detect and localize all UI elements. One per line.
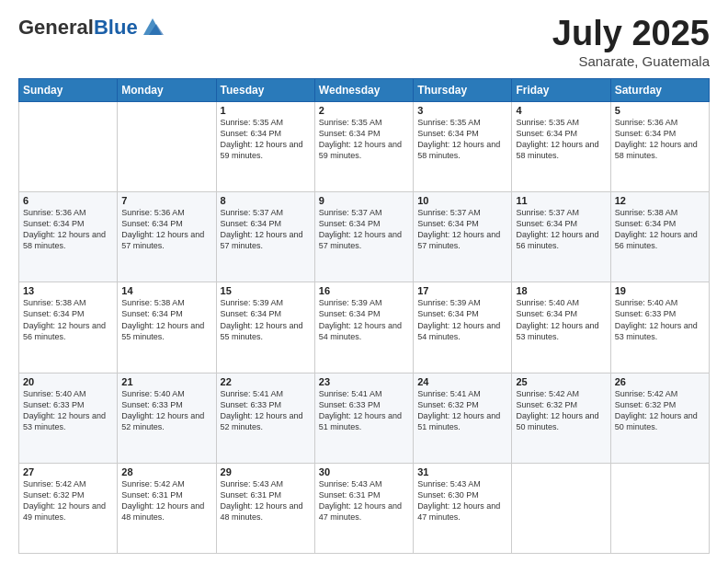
day-number: 7	[121, 195, 211, 206]
day-info: Sunrise: 5:43 AMSunset: 6:31 PMDaylight:…	[319, 478, 409, 523]
header: GeneralBlue July 2025 Sanarate, Guatemal…	[18, 15, 710, 69]
calendar-cell: 20Sunrise: 5:40 AMSunset: 6:33 PMDayligh…	[19, 373, 118, 463]
page: GeneralBlue July 2025 Sanarate, Guatemal…	[0, 0, 728, 563]
day-number: 13	[23, 285, 113, 296]
day-info: Sunrise: 5:39 AMSunset: 6:34 PMDaylight:…	[417, 297, 507, 342]
day-number: 31	[417, 466, 507, 477]
day-number: 4	[516, 105, 606, 116]
day-info: Sunrise: 5:42 AMSunset: 6:31 PMDaylight:…	[121, 478, 211, 523]
day-info: Sunrise: 5:35 AMSunset: 6:34 PMDaylight:…	[516, 117, 606, 162]
day-number: 10	[417, 195, 507, 206]
calendar-table: SundayMondayTuesdayWednesdayThursdayFrid…	[18, 78, 710, 554]
day-info: Sunrise: 5:37 AMSunset: 6:34 PMDaylight:…	[221, 207, 311, 252]
calendar-cell: 27Sunrise: 5:42 AMSunset: 6:32 PMDayligh…	[19, 463, 118, 553]
day-number: 15	[221, 285, 311, 296]
day-number: 6	[23, 195, 113, 206]
day-info: Sunrise: 5:37 AMSunset: 6:34 PMDaylight:…	[319, 207, 409, 252]
calendar-cell: 8Sunrise: 5:37 AMSunset: 6:34 PMDaylight…	[216, 192, 314, 282]
day-number: 25	[516, 376, 606, 387]
day-info: Sunrise: 5:41 AMSunset: 6:33 PMDaylight:…	[221, 388, 311, 433]
calendar-cell: 13Sunrise: 5:38 AMSunset: 6:34 PMDayligh…	[19, 282, 118, 373]
calendar-cell: 24Sunrise: 5:41 AMSunset: 6:32 PMDayligh…	[414, 373, 512, 463]
day-number: 20	[23, 376, 113, 387]
calendar-cell: 6Sunrise: 5:36 AMSunset: 6:34 PMDaylight…	[19, 192, 118, 282]
day-info: Sunrise: 5:40 AMSunset: 6:33 PMDaylight:…	[615, 297, 705, 342]
calendar-cell: 17Sunrise: 5:39 AMSunset: 6:34 PMDayligh…	[414, 282, 512, 373]
day-number: 23	[319, 376, 409, 387]
calendar-cell: 9Sunrise: 5:37 AMSunset: 6:34 PMDaylight…	[314, 192, 413, 282]
day-number: 12	[615, 195, 705, 206]
calendar-cell: 14Sunrise: 5:38 AMSunset: 6:34 PMDayligh…	[118, 282, 216, 373]
calendar-week-row: 6Sunrise: 5:36 AMSunset: 6:34 PMDaylight…	[19, 192, 710, 282]
day-info: Sunrise: 5:41 AMSunset: 6:32 PMDaylight:…	[417, 388, 507, 433]
day-info: Sunrise: 5:43 AMSunset: 6:30 PMDaylight:…	[417, 478, 507, 523]
calendar-cell	[19, 101, 118, 191]
day-number: 8	[221, 195, 311, 206]
day-info: Sunrise: 5:38 AMSunset: 6:34 PMDaylight:…	[615, 207, 705, 252]
day-number: 3	[417, 105, 507, 116]
calendar-cell	[118, 101, 216, 191]
calendar-cell: 29Sunrise: 5:43 AMSunset: 6:31 PMDayligh…	[216, 463, 314, 553]
day-info: Sunrise: 5:38 AMSunset: 6:34 PMDaylight:…	[121, 297, 211, 342]
calendar-cell: 19Sunrise: 5:40 AMSunset: 6:33 PMDayligh…	[610, 282, 709, 373]
calendar-cell: 28Sunrise: 5:42 AMSunset: 6:31 PMDayligh…	[118, 463, 216, 553]
day-number: 17	[417, 285, 507, 296]
calendar-cell: 10Sunrise: 5:37 AMSunset: 6:34 PMDayligh…	[414, 192, 512, 282]
day-info: Sunrise: 5:42 AMSunset: 6:32 PMDaylight:…	[23, 478, 113, 523]
calendar-day-header: Friday	[512, 78, 610, 101]
calendar-cell: 25Sunrise: 5:42 AMSunset: 6:32 PMDayligh…	[512, 373, 610, 463]
day-info: Sunrise: 5:43 AMSunset: 6:31 PMDaylight:…	[221, 478, 311, 523]
calendar-cell: 11Sunrise: 5:37 AMSunset: 6:34 PMDayligh…	[512, 192, 610, 282]
day-info: Sunrise: 5:39 AMSunset: 6:34 PMDaylight:…	[221, 297, 311, 342]
calendar-cell: 30Sunrise: 5:43 AMSunset: 6:31 PMDayligh…	[314, 463, 413, 553]
calendar-week-row: 27Sunrise: 5:42 AMSunset: 6:32 PMDayligh…	[19, 463, 710, 553]
day-info: Sunrise: 5:37 AMSunset: 6:34 PMDaylight:…	[516, 207, 606, 252]
day-info: Sunrise: 5:40 AMSunset: 6:33 PMDaylight:…	[23, 388, 113, 433]
calendar-cell: 16Sunrise: 5:39 AMSunset: 6:34 PMDayligh…	[314, 282, 413, 373]
calendar-cell: 3Sunrise: 5:35 AMSunset: 6:34 PMDaylight…	[414, 101, 512, 191]
title-block: July 2025 Sanarate, Guatemala	[552, 15, 710, 69]
calendar-day-header: Monday	[118, 78, 216, 101]
calendar-cell: 18Sunrise: 5:40 AMSunset: 6:34 PMDayligh…	[512, 282, 610, 373]
day-number: 16	[319, 285, 409, 296]
day-info: Sunrise: 5:40 AMSunset: 6:33 PMDaylight:…	[121, 388, 211, 433]
day-info: Sunrise: 5:35 AMSunset: 6:34 PMDaylight:…	[319, 117, 409, 162]
calendar-header-row: SundayMondayTuesdayWednesdayThursdayFrid…	[19, 78, 710, 101]
calendar-cell: 2Sunrise: 5:35 AMSunset: 6:34 PMDaylight…	[314, 101, 413, 191]
day-info: Sunrise: 5:36 AMSunset: 6:34 PMDaylight:…	[121, 207, 211, 252]
calendar-week-row: 20Sunrise: 5:40 AMSunset: 6:33 PMDayligh…	[19, 373, 710, 463]
calendar-week-row: 1Sunrise: 5:35 AMSunset: 6:34 PMDaylight…	[19, 101, 710, 191]
day-number: 30	[319, 466, 409, 477]
day-info: Sunrise: 5:35 AMSunset: 6:34 PMDaylight:…	[417, 117, 507, 162]
day-number: 5	[615, 105, 705, 116]
day-number: 24	[417, 376, 507, 387]
day-number: 21	[121, 376, 211, 387]
logo-blue-text: Blue	[94, 16, 138, 39]
day-number: 1	[221, 105, 311, 116]
day-number: 9	[319, 195, 409, 206]
day-number: 22	[221, 376, 311, 387]
day-number: 29	[221, 466, 311, 477]
day-number: 11	[516, 195, 606, 206]
day-info: Sunrise: 5:36 AMSunset: 6:34 PMDaylight:…	[615, 117, 705, 162]
day-number: 14	[121, 285, 211, 296]
day-number: 27	[23, 466, 113, 477]
calendar-week-row: 13Sunrise: 5:38 AMSunset: 6:34 PMDayligh…	[19, 282, 710, 373]
logo: GeneralBlue	[18, 15, 165, 40]
day-info: Sunrise: 5:41 AMSunset: 6:33 PMDaylight:…	[319, 388, 409, 433]
month-title: July 2025	[552, 15, 710, 53]
calendar-day-header: Saturday	[610, 78, 709, 101]
day-number: 18	[516, 285, 606, 296]
day-number: 2	[319, 105, 409, 116]
calendar-day-header: Thursday	[414, 78, 512, 101]
day-info: Sunrise: 5:42 AMSunset: 6:32 PMDaylight:…	[516, 388, 606, 433]
day-number: 19	[615, 285, 705, 296]
day-info: Sunrise: 5:39 AMSunset: 6:34 PMDaylight:…	[319, 297, 409, 342]
logo-icon	[140, 15, 165, 40]
calendar-cell: 7Sunrise: 5:36 AMSunset: 6:34 PMDaylight…	[118, 192, 216, 282]
day-number: 26	[615, 376, 705, 387]
calendar-cell: 23Sunrise: 5:41 AMSunset: 6:33 PMDayligh…	[314, 373, 413, 463]
day-info: Sunrise: 5:37 AMSunset: 6:34 PMDaylight:…	[417, 207, 507, 252]
calendar-cell: 22Sunrise: 5:41 AMSunset: 6:33 PMDayligh…	[216, 373, 314, 463]
calendar-cell: 1Sunrise: 5:35 AMSunset: 6:34 PMDaylight…	[216, 101, 314, 191]
